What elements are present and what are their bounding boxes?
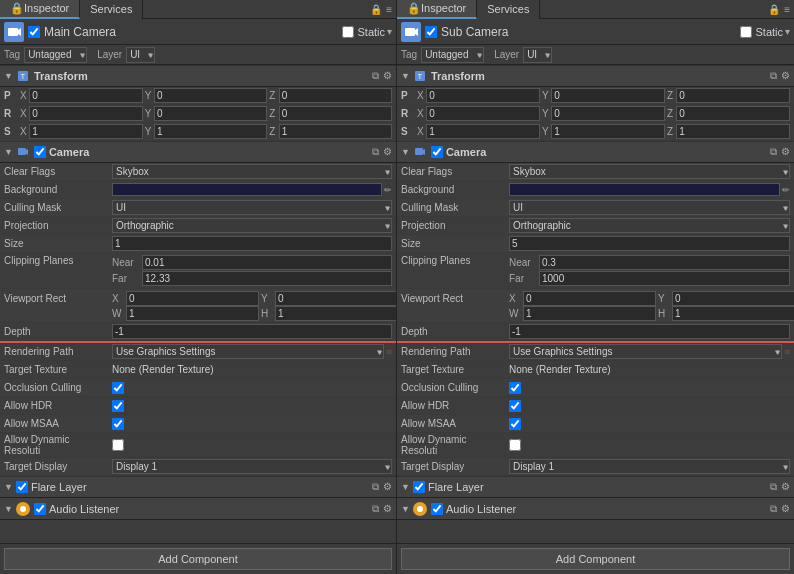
- audio-checkbox-sub[interactable]: [431, 503, 443, 515]
- depth-input-sub[interactable]: [509, 324, 790, 339]
- scale-x-sub[interactable]: [426, 124, 540, 139]
- static-arrow-sub[interactable]: ▾: [785, 26, 790, 37]
- vp-y-sub[interactable]: [672, 291, 794, 306]
- menu-icon-main[interactable]: ≡: [386, 4, 392, 15]
- pos-z-main[interactable]: [279, 88, 392, 103]
- allow-dynamic-checkbox-sub[interactable]: [509, 439, 521, 451]
- rendering-info-main[interactable]: ○: [386, 346, 392, 357]
- rot-y-main[interactable]: [154, 106, 267, 121]
- static-checkbox-sub[interactable]: [740, 26, 752, 38]
- rendering-path-select-main[interactable]: Use Graphics Settings: [112, 344, 384, 359]
- flare-copy-sub[interactable]: ⧉: [770, 481, 777, 493]
- rot-y-sub[interactable]: [551, 106, 665, 121]
- size-input-sub[interactable]: [509, 236, 790, 251]
- main-enabled-checkbox[interactable]: [28, 26, 40, 38]
- allow-msaa-checkbox-main[interactable]: [112, 418, 124, 430]
- tag-select-main[interactable]: Untagged: [24, 47, 87, 63]
- camera-gear-icon-main[interactable]: ⚙: [383, 146, 392, 158]
- lock-icon-sub[interactable]: 🔒: [768, 4, 780, 15]
- tab-services-sub[interactable]: Services: [477, 0, 540, 19]
- scale-z-main[interactable]: [279, 124, 392, 139]
- occlusion-checkbox-sub[interactable]: [509, 382, 521, 394]
- projection-select-sub[interactable]: Orthographic: [509, 218, 790, 233]
- transform-copy-sub[interactable]: ⧉: [770, 70, 777, 82]
- tab-inspector-main[interactable]: 🔒 Inspector: [0, 0, 80, 19]
- audio-arrow-sub[interactable]: ▼: [401, 504, 410, 514]
- vp-h-sub[interactable]: [672, 306, 794, 321]
- scale-y-sub[interactable]: [551, 124, 665, 139]
- flare-arrow-main[interactable]: ▼: [4, 482, 13, 492]
- tab-services-main[interactable]: Services: [80, 0, 143, 19]
- vp-w-main[interactable]: [126, 306, 259, 321]
- layer-select-sub[interactable]: UI: [523, 47, 552, 63]
- background-color-main[interactable]: [112, 183, 382, 196]
- lock-icon-main[interactable]: 🔒: [370, 4, 382, 15]
- transform-copy-icon-main[interactable]: ⧉: [372, 70, 379, 82]
- transform-gear-icon-main[interactable]: ⚙: [383, 70, 392, 82]
- target-display-select-main[interactable]: Display 1: [112, 459, 392, 474]
- scale-y-main[interactable]: [154, 124, 267, 139]
- menu-icon-sub[interactable]: ≡: [784, 4, 790, 15]
- occlusion-checkbox-main[interactable]: [112, 382, 124, 394]
- add-component-btn-sub[interactable]: Add Component: [401, 548, 790, 570]
- allow-msaa-checkbox-sub[interactable]: [509, 418, 521, 430]
- audio-gear-main[interactable]: ⚙: [383, 503, 392, 515]
- rot-x-sub[interactable]: [426, 106, 540, 121]
- allow-dynamic-checkbox-main[interactable]: [112, 439, 124, 451]
- audio-copy-sub[interactable]: ⧉: [770, 503, 777, 515]
- transform-gear-sub[interactable]: ⚙: [781, 70, 790, 82]
- culling-mask-select-main[interactable]: UI: [112, 200, 392, 215]
- allow-hdr-checkbox-sub[interactable]: [509, 400, 521, 412]
- rendering-info-sub[interactable]: ○: [784, 346, 790, 357]
- vp-x-main[interactable]: [126, 291, 259, 306]
- culling-mask-select-sub[interactable]: UI: [509, 200, 790, 215]
- clear-flags-select-sub[interactable]: Skybox: [509, 164, 790, 179]
- pos-y-sub[interactable]: [551, 88, 665, 103]
- transform-arrow-main[interactable]: ▼: [4, 71, 13, 81]
- target-display-select-sub[interactable]: Display 1: [509, 459, 790, 474]
- transform-arrow-sub[interactable]: ▼: [401, 71, 410, 81]
- pos-x-sub[interactable]: [426, 88, 540, 103]
- background-edit-icon-sub[interactable]: ✏: [782, 185, 790, 195]
- clear-flags-select-main[interactable]: Skybox: [112, 164, 392, 179]
- camera-enabled-main[interactable]: [34, 146, 46, 158]
- add-component-btn-main[interactable]: Add Component: [4, 548, 392, 570]
- rot-z-main[interactable]: [279, 106, 392, 121]
- flare-arrow-sub[interactable]: ▼: [401, 482, 410, 492]
- flare-checkbox-main[interactable]: [16, 481, 28, 493]
- rot-x-main[interactable]: [29, 106, 142, 121]
- scale-x-main[interactable]: [29, 124, 142, 139]
- camera-gear-sub[interactable]: ⚙: [781, 146, 790, 158]
- flare-gear-main[interactable]: ⚙: [383, 481, 392, 493]
- far-input-main[interactable]: [142, 271, 392, 286]
- tag-select-sub[interactable]: Untagged: [421, 47, 484, 63]
- camera-enabled-sub[interactable]: [431, 146, 443, 158]
- vp-w-sub[interactable]: [523, 306, 656, 321]
- pos-x-main[interactable]: [29, 88, 142, 103]
- vp-y-main[interactable]: [275, 291, 396, 306]
- static-arrow-main[interactable]: ▾: [387, 26, 392, 37]
- size-input-main[interactable]: [112, 236, 392, 251]
- camera-copy-icon-main[interactable]: ⧉: [372, 146, 379, 158]
- background-edit-icon-main[interactable]: ✏: [384, 185, 392, 195]
- pos-z-sub[interactable]: [676, 88, 790, 103]
- flare-copy-main[interactable]: ⧉: [372, 481, 379, 493]
- camera-copy-sub[interactable]: ⧉: [770, 146, 777, 158]
- near-input-sub[interactable]: [539, 255, 790, 270]
- vp-h-main[interactable]: [275, 306, 396, 321]
- rot-z-sub[interactable]: [676, 106, 790, 121]
- layer-select-main[interactable]: UI: [126, 47, 155, 63]
- flare-gear-sub[interactable]: ⚙: [781, 481, 790, 493]
- scale-z-sub[interactable]: [676, 124, 790, 139]
- audio-copy-main[interactable]: ⧉: [372, 503, 379, 515]
- rendering-path-select-sub[interactable]: Use Graphics Settings: [509, 344, 782, 359]
- allow-hdr-checkbox-main[interactable]: [112, 400, 124, 412]
- background-color-sub[interactable]: [509, 183, 780, 196]
- tab-inspector-sub[interactable]: 🔒 Inspector: [397, 0, 477, 19]
- vp-x-sub[interactable]: [523, 291, 656, 306]
- sub-enabled-checkbox[interactable]: [425, 26, 437, 38]
- audio-arrow-main[interactable]: ▼: [4, 504, 13, 514]
- static-checkbox-main[interactable]: [342, 26, 354, 38]
- camera-arrow-main[interactable]: ▼: [4, 147, 13, 157]
- audio-gear-sub[interactable]: ⚙: [781, 503, 790, 515]
